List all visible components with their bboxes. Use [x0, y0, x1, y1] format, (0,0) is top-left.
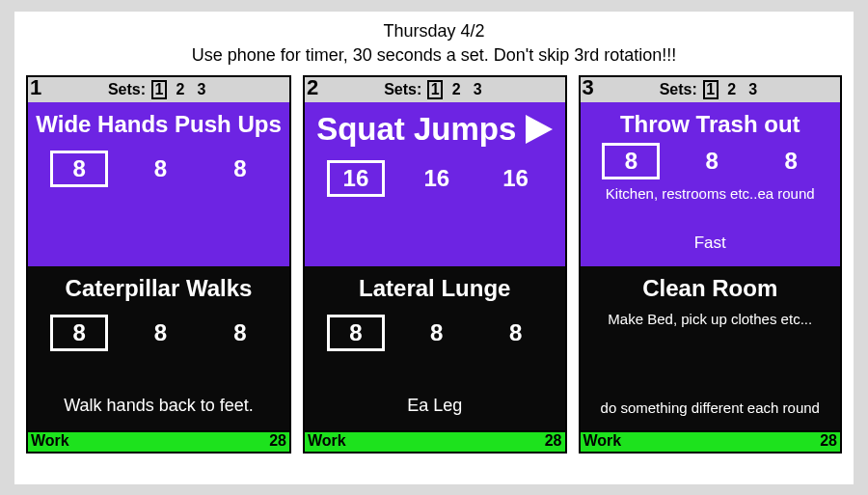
exercise-title: Squat Jumps [316, 112, 553, 147]
sets-label: Sets: [108, 81, 146, 98]
exercise-title: Caterpillar Walks [66, 276, 253, 301]
workout-page: Thursday 4/2 Use phone for timer, 30 sec… [14, 12, 854, 484]
card-head: 1Sets:123 [28, 77, 289, 102]
set-selector[interactable]: 3 [746, 81, 761, 98]
set-selector[interactable]: 3 [470, 81, 485, 98]
rep-value[interactable]: 8 [133, 319, 187, 346]
timer-bar: Work28 [28, 430, 289, 452]
reps-row: 888 [314, 315, 556, 351]
play-icon[interactable] [526, 115, 553, 144]
exercise-note-2: Fast [694, 234, 726, 253]
timer-label: Work [308, 432, 346, 450]
rep-value[interactable]: 8 [213, 319, 267, 346]
exercise-panel-top: Throw Trash out888Kitchen, restrooms etc… [581, 102, 841, 266]
timer-value: 28 [269, 432, 286, 450]
rep-value[interactable]: 8 [213, 155, 267, 182]
rep-value[interactable]: 8 [685, 148, 739, 175]
rep-value[interactable]: 16 [410, 165, 464, 192]
timer-label: Work [583, 432, 622, 450]
set-selector[interactable]: 2 [448, 81, 464, 98]
exercise-panel-top: Squat Jumps161616 [305, 102, 565, 266]
exercise-note-2: do something different each round [601, 399, 820, 417]
rep-value[interactable]: 16 [327, 160, 385, 197]
timer-value: 28 [820, 432, 837, 450]
exercise-note: Ea Leg [407, 396, 462, 417]
sets-group: 123 [151, 80, 209, 99]
rep-value[interactable]: 8 [489, 319, 543, 346]
workout-card: 1Sets:123Wide Hands Push Ups888Caterpill… [26, 75, 291, 454]
exercise-title: Lateral Lunge [359, 276, 510, 301]
exercise-panel-bottom: Lateral Lunge888Ea Leg [305, 266, 565, 430]
set-selector[interactable]: 1 [427, 80, 443, 99]
reps-row: 161616 [314, 160, 556, 197]
rep-value[interactable]: 8 [50, 315, 108, 351]
card-head: 3Sets:123 [581, 77, 841, 102]
rep-value[interactable]: 8 [133, 155, 187, 182]
sets-label: Sets: [384, 81, 421, 98]
exercise-note: Make Bed, pick up clothes etc... [608, 311, 812, 328]
set-selector[interactable]: 1 [151, 80, 167, 99]
sets-group: 123 [427, 80, 485, 99]
set-selector[interactable]: 1 [703, 80, 719, 99]
exercise-panel-bottom: Clean RoomMake Bed, pick up clothes etc.… [581, 266, 841, 430]
set-selector[interactable]: 2 [724, 81, 740, 98]
cards-row: 1Sets:123Wide Hands Push Ups888Caterpill… [26, 75, 842, 454]
reps-row: 888 [590, 143, 831, 179]
exercise-title: Wide Hands Push Ups [36, 112, 281, 137]
rep-value[interactable]: 8 [764, 148, 818, 175]
exercise-title: Throw Trash out [620, 112, 800, 137]
set-selector[interactable]: 2 [173, 81, 188, 98]
exercise-note: Walk hands back to feet. [64, 396, 253, 417]
reps-row: 888 [38, 315, 280, 351]
rep-value[interactable]: 8 [410, 319, 464, 346]
timer-label: Work [31, 432, 69, 450]
timer-bar: Work28 [581, 430, 841, 452]
timer-value: 28 [545, 432, 562, 450]
workout-card: 3Sets:123Throw Trash out888Kitchen, rest… [579, 75, 843, 454]
page-header: Thursday 4/2 Use phone for timer, 30 sec… [26, 21, 842, 66]
card-number: 1 [30, 75, 41, 100]
reps-row: 888 [38, 151, 280, 187]
rep-value[interactable]: 8 [327, 315, 385, 351]
sets-label: Sets: [660, 81, 697, 98]
page-subtitle: Use phone for timer, 30 seconds a set. D… [26, 45, 842, 66]
timer-bar: Work28 [305, 430, 565, 452]
rep-value[interactable]: 8 [50, 151, 108, 187]
set-selector[interactable]: 3 [194, 81, 209, 98]
card-number: 3 [583, 75, 594, 100]
page-title: Thursday 4/2 [26, 21, 842, 41]
card-number: 2 [307, 75, 318, 100]
exercise-panel-bottom: Caterpillar Walks888Walk hands back to f… [28, 266, 289, 430]
card-head: 2Sets:123 [305, 77, 565, 102]
workout-card: 2Sets:123Squat Jumps161616Lateral Lunge8… [303, 75, 567, 454]
exercise-note: Kitchen, restrooms etc..ea round [606, 185, 815, 203]
sets-group: 123 [703, 80, 761, 99]
exercise-panel-top: Wide Hands Push Ups888 [28, 102, 289, 266]
rep-value[interactable]: 16 [489, 165, 543, 192]
rep-value[interactable]: 8 [602, 143, 660, 179]
svg-marker-0 [526, 115, 553, 144]
exercise-title: Clean Room [642, 276, 777, 301]
